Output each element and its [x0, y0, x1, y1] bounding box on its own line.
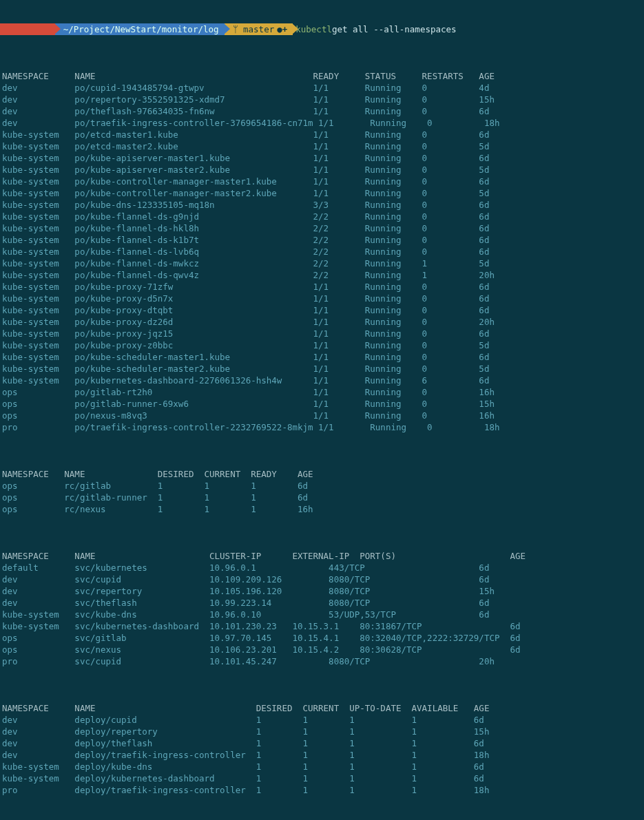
table-row: ops rc/gitlab-runner 1 1 1 6d [2, 492, 640, 503]
branch-icon: ᛘ [233, 23, 244, 35]
prompt-top[interactable]: ~/Project/NewStart/monitor/log ᛘ master●… [0, 23, 644, 35]
table-row: kube-system po/kube-proxy-71zfw 1/1 Runn… [2, 281, 640, 293]
table-header: NAMESPACE NAME DESIRED CURRENT UP-TO-DAT… [2, 702, 640, 714]
table-row: kube-system po/kubernetes-dashboard-2276… [2, 375, 640, 386]
table-header: NAMESPACE NAME DESIRED CURRENT READY AGE [2, 468, 640, 480]
table-row: kube-system po/etcd-master2.kube 1/1 Run… [2, 140, 640, 152]
table-row: kube-system po/kube-scheduler-master2.ku… [2, 363, 640, 375]
user-host [3, 23, 50, 35]
table-row: dev svc/theflash 10.99.223.14 8080/TCP 6… [2, 597, 640, 609]
table-row: pro svc/cupid 10.101.45.247 8080/TCP 20h [2, 655, 640, 667]
command-binary: kubectl [295, 23, 332, 35]
table-row: ops po/nexus-m8vq3 1/1 Running 0 16h [2, 410, 640, 421]
table-row: dev deploy/cupid 1 1 1 1 6d [2, 714, 640, 726]
table-row: ops po/gitlab-rt2h0 1/1 Running 0 16h [2, 386, 640, 398]
table-row: kube-system po/kube-controller-manager-m… [2, 187, 640, 199]
table-row: kube-system po/kube-dns-123335105-mq18n … [2, 199, 640, 211]
table-row: kube-system po/kube-apiserver-master2.ku… [2, 164, 640, 176]
table-row: kube-system svc/kubernetes-dashboard 10.… [2, 620, 640, 632]
cwd-segment: ~/Project/NewStart/monitor/log [55, 23, 225, 35]
table-row: kube-system po/kube-flannel-ds-g9njd 2/2… [2, 211, 640, 222]
table-row: kube-system po/kube-proxy-jqz15 1/1 Runn… [2, 328, 640, 339]
table-row: default svc/kubernetes 10.96.0.1 443/TCP… [2, 562, 640, 574]
table-row: dev svc/repertory 10.105.196.120 8080/TC… [2, 585, 640, 597]
table-row: dev po/theflash-976634035-fn6nw 1/1 Runn… [2, 105, 640, 117]
table-row: kube-system po/kube-flannel-ds-hkl8h 2/2… [2, 222, 640, 234]
table-row: kube-system po/kube-controller-manager-m… [2, 176, 640, 187]
table-row: dev deploy/theflash 1 1 1 1 6d [2, 737, 640, 749]
table-row: kube-system po/kube-proxy-dtqbt 1/1 Runn… [2, 304, 640, 316]
table-row: kube-system po/kube-proxy-dz26d 1/1 Runn… [2, 316, 640, 328]
table-row: dev svc/cupid 10.109.209.126 8080/TCP 6d [2, 574, 640, 585]
table-row: kube-system po/etcd-master1.kube 1/1 Run… [2, 129, 640, 140]
table-row: kube-system po/kube-proxy-d5n7x 1/1 Runn… [2, 293, 640, 304]
table-row: ops svc/nexus 10.106.23.201 10.15.4.2 80… [2, 644, 640, 655]
table-row: kube-system po/kube-proxy-z0bbc 1/1 Runn… [2, 339, 640, 351]
command-segment: kubectl get all --all-namespaces [293, 23, 461, 35]
svcs-section: NAMESPACE NAME CLUSTER-IP EXTERNAL-IP PO… [2, 550, 640, 667]
table-row: dev po/traefik-ingress-controller-376965… [2, 117, 640, 129]
table-row: kube-system po/kube-flannel-ds-mwkcz 2/2… [2, 257, 640, 269]
table-row: kube-system svc/kube-dns 10.96.0.10 53/U… [2, 609, 640, 620]
deploys-section: NAMESPACE NAME DESIRED CURRENT UP-TO-DAT… [2, 702, 640, 796]
command-args: get all --all-namespaces [332, 23, 457, 35]
branch: master [243, 23, 274, 35]
pods-section: NAMESPACE NAME READY STATUS RESTARTS AGE… [2, 70, 640, 433]
table-row: kube-system po/kube-apiserver-master1.ku… [2, 152, 640, 164]
table-row: dev deploy/traefik-ingress-controller 1 … [2, 749, 640, 761]
table-row: ops rc/nexus 1 1 1 16h [2, 503, 640, 515]
table-row: kube-system deploy/kubernetes-dashboard … [2, 772, 640, 784]
table-row: kube-system po/kube-flannel-ds-k1b7t 2/2… [2, 234, 640, 246]
table-row: ops rc/gitlab 1 1 1 6d [2, 480, 640, 492]
git-branch-segment: ᛘ master●+ [225, 23, 293, 35]
table-row: kube-system deploy/kube-dns 1 1 1 1 6d [2, 761, 640, 772]
table-header: NAMESPACE NAME READY STATUS RESTARTS AGE [2, 70, 640, 82]
table-row: pro po/traefik-ingress-controller-223276… [2, 421, 640, 433]
table-row: pro deploy/traefik-ingress-controller 1 … [2, 784, 640, 796]
table-row: ops po/gitlab-runner-69xw6 1/1 Running 0… [2, 398, 640, 410]
table-row: ops svc/gitlab 10.97.70.145 10.15.4.1 80… [2, 632, 640, 644]
branch-status-icon: ●+ [277, 23, 287, 35]
table-row: dev deploy/repertory 1 1 1 1 15h [2, 726, 640, 737]
table-row: kube-system po/kube-scheduler-master1.ku… [2, 351, 640, 363]
table-row: dev po/cupid-1943485794-gtwpv 1/1 Runnin… [2, 82, 640, 94]
table-header: NAMESPACE NAME CLUSTER-IP EXTERNAL-IP PO… [2, 550, 640, 562]
user-host-segment [0, 23, 55, 35]
table-row: dev po/repertory-3552591325-xdmd7 1/1 Ru… [2, 94, 640, 105]
cwd: ~/Project/NewStart/monitor/log [63, 23, 219, 35]
rcs-section: NAMESPACE NAME DESIRED CURRENT READY AGE… [2, 468, 640, 515]
table-row: kube-system po/kube-flannel-ds-lvb6q 2/2… [2, 246, 640, 257]
table-row: kube-system po/kube-flannel-ds-qwv4z 2/2… [2, 269, 640, 281]
